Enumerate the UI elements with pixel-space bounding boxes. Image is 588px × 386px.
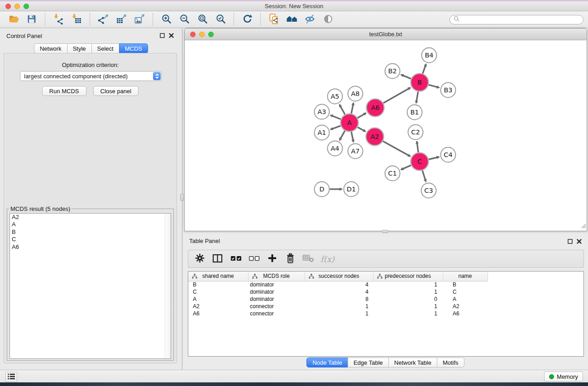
close-panel-icon[interactable] xyxy=(169,33,174,39)
table-cell-mcds-role[interactable]: dominator xyxy=(248,295,305,303)
table-cell-predecessor-nodes[interactable]: 1 xyxy=(373,288,443,295)
table-row[interactable]: Cdominator41C xyxy=(188,288,584,295)
refresh-network-button[interactable] xyxy=(238,12,256,27)
graph-edge-C-C2[interactable] xyxy=(417,141,418,152)
network-view-window[interactable]: testGlobe.txt B4B2BB3A8A5A6A3B1AC2A1A2A4… xyxy=(184,28,587,231)
table-cell-name[interactable]: C xyxy=(443,288,488,295)
tab-style[interactable]: Style xyxy=(67,43,92,53)
close-window-button[interactable] xyxy=(5,4,11,9)
show-panels-button[interactable] xyxy=(5,372,17,382)
table-cell-successor-nodes[interactable]: 8 xyxy=(305,295,373,303)
duplicate-network-button[interactable] xyxy=(265,12,283,27)
graph-edge-B-B4[interactable] xyxy=(423,64,426,73)
table-cell-predecessor-nodes[interactable]: 0 xyxy=(373,295,443,303)
zoom-selected-button[interactable] xyxy=(211,12,229,27)
run-mcds-button[interactable]: Run MCDS xyxy=(42,86,86,96)
table-cell-successor-nodes[interactable]: 4 xyxy=(305,288,373,295)
table-cell-shared-name[interactable]: A2 xyxy=(188,303,248,310)
export-table-button[interactable] xyxy=(112,12,130,27)
vertical-divider-handle[interactable] xyxy=(180,194,184,201)
table-row[interactable]: Adominator80A xyxy=(188,295,584,303)
search-input[interactable] xyxy=(462,16,579,23)
delete-table-button[interactable] xyxy=(302,252,314,266)
table-cell-name[interactable]: A6 xyxy=(443,310,488,317)
table-cell-successor-nodes[interactable]: 4 xyxy=(305,281,373,288)
resize-grip-icon[interactable] xyxy=(580,222,586,230)
graph-edge-B-B3[interactable] xyxy=(429,85,439,87)
tab-motifs[interactable]: Motifs xyxy=(437,357,464,367)
graph-edge-A6-B[interactable] xyxy=(383,88,411,103)
graph-edge-A2-C[interactable] xyxy=(383,141,411,157)
close-network-window-button[interactable] xyxy=(190,32,196,37)
graph-edge-B-B2[interactable] xyxy=(401,75,411,79)
column-header-predecessor-nodes[interactable]: predecessor nodes xyxy=(373,272,443,281)
table-row[interactable]: A6connector11A6 xyxy=(188,310,584,317)
horizontal-divider-handle[interactable] xyxy=(382,230,388,233)
table-cell-predecessor-nodes[interactable]: 1 xyxy=(373,303,443,310)
table-cell-mcds-role[interactable]: connector xyxy=(248,303,305,310)
table-cell-mcds-role[interactable]: dominator xyxy=(248,288,305,295)
table-cell-shared-name[interactable]: A xyxy=(188,295,248,303)
table-cell-predecessor-nodes[interactable]: 1 xyxy=(373,281,443,288)
zoom-network-window-button[interactable] xyxy=(208,32,214,37)
mcds-result-list[interactable]: A2ABCA6 xyxy=(10,213,171,359)
graph-edge-A-A2[interactable] xyxy=(358,127,366,132)
delete-column-button[interactable] xyxy=(284,252,296,266)
tab-network[interactable]: Network xyxy=(34,43,67,53)
table-cell-name[interactable]: A xyxy=(443,295,488,303)
split-view-button[interactable] xyxy=(212,252,224,266)
import-network-button[interactable] xyxy=(49,12,67,27)
network-canvas[interactable]: B4B2BB3A8A5A6A3B1AC2A1A2A4A7C4CC1C3DD1 xyxy=(185,40,587,231)
open-session-button[interactable] xyxy=(5,12,23,27)
table-cell-mcds-role[interactable]: connector xyxy=(248,310,305,317)
export-network-button[interactable] xyxy=(94,12,112,27)
tab-edge-table[interactable]: Edge Table xyxy=(348,357,389,367)
zoom-in-button[interactable] xyxy=(157,12,175,27)
tab-mcds[interactable]: MCDS xyxy=(119,43,148,53)
table-cell-shared-name[interactable]: A6 xyxy=(188,310,248,317)
graph-edge-A-A3[interactable] xyxy=(330,115,341,119)
graph-edge-A-A8[interactable] xyxy=(351,103,354,114)
zoom-fit-button[interactable] xyxy=(193,12,211,27)
table-cell-successor-nodes[interactable]: 1 xyxy=(305,303,373,310)
minimize-network-window-button[interactable] xyxy=(199,32,205,37)
graph-edge-A-A6[interactable] xyxy=(358,113,366,118)
tab-node-table[interactable]: Node Table xyxy=(306,357,348,367)
graph-edge-C-C3[interactable] xyxy=(422,171,426,182)
tab-select[interactable]: Select xyxy=(91,43,120,53)
table-cell-shared-name[interactable]: B xyxy=(188,281,248,288)
zoom-out-button[interactable] xyxy=(175,12,193,27)
table-cell-predecessor-nodes[interactable]: 1 xyxy=(373,310,443,317)
graph-edge-A-A1[interactable] xyxy=(330,126,340,129)
close-table-panel-icon[interactable] xyxy=(577,238,582,245)
graph-edge-C-C4[interactable] xyxy=(429,157,439,160)
column-header-name[interactable]: name xyxy=(443,272,488,281)
deselect-all-columns-button[interactable] xyxy=(248,252,260,266)
hide-selected-button[interactable] xyxy=(301,12,319,27)
table-cell-successor-nodes[interactable]: 1 xyxy=(305,310,373,317)
mcds-result-item[interactable]: A xyxy=(10,221,171,228)
table-cell-shared-name[interactable]: C xyxy=(188,288,248,295)
column-header-successor-nodes[interactable]: successor nodes xyxy=(305,272,373,281)
table-settings-button[interactable] xyxy=(194,252,206,266)
mcds-result-item[interactable]: C xyxy=(10,236,171,243)
table-cell-name[interactable]: B xyxy=(443,281,488,288)
add-column-button[interactable] xyxy=(266,252,278,266)
column-header-shared-name[interactable]: shared name xyxy=(188,272,248,281)
mcds-result-item[interactable]: A6 xyxy=(10,243,171,251)
column-header-mcds-role[interactable]: MCDS role xyxy=(248,272,305,281)
select-all-columns-button[interactable] xyxy=(230,252,242,266)
export-image-button[interactable] xyxy=(130,12,148,27)
float-table-panel-icon[interactable] xyxy=(568,238,573,245)
minimize-window-button[interactable] xyxy=(14,4,20,9)
list-scrollbar[interactable] xyxy=(165,214,171,358)
table-row[interactable]: A2connector11A2 xyxy=(188,303,584,310)
network-window-titlebar[interactable]: testGlobe.txt xyxy=(185,29,587,40)
criterion-dropdown[interactable]: largest connected component (directed) xyxy=(20,71,162,81)
first-neighbors-button[interactable] xyxy=(283,12,301,27)
float-panel-icon[interactable] xyxy=(160,33,165,39)
close-panel-button[interactable]: Close panel xyxy=(93,86,139,96)
graph-edge-B-B1[interactable] xyxy=(416,91,418,103)
zoom-window-button[interactable] xyxy=(24,4,29,9)
table-cell-mcds-role[interactable]: dominator xyxy=(248,281,305,288)
